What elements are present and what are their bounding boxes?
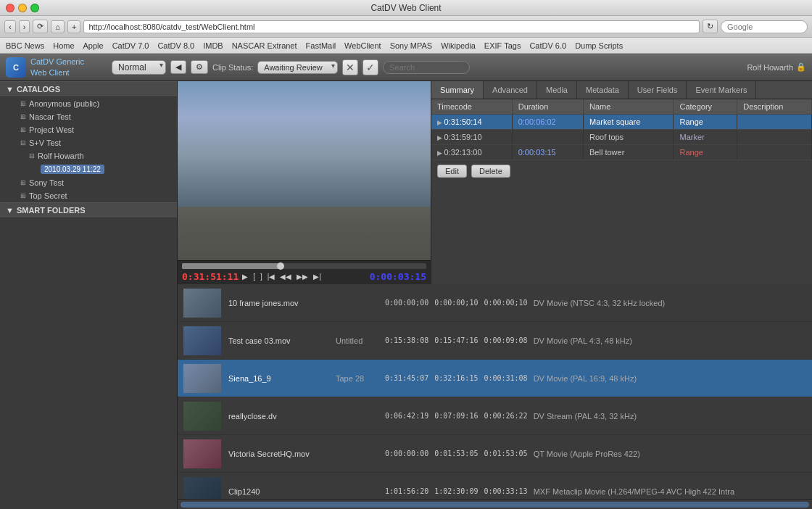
list-item[interactable]: Victoria SecretHQ.mov 0:00:00:00 0:01:53… <box>178 435 812 473</box>
marker-row[interactable]: ▶ 0:32:13:00 0:00:03:15 Bell tower Range <box>431 145 812 160</box>
bookmark-bbc-news[interactable]: BBC News <box>6 41 44 50</box>
list-item[interactable]: reallyclose.dv 0:06:42:19 0:07:09:16 0:0… <box>178 397 812 435</box>
maximize-button[interactable] <box>30 4 39 12</box>
clip-duration: 0:00:09:08 <box>484 336 527 344</box>
browser-bar: ‹ › ⟳ ⌂ + ↻ <box>0 16 812 38</box>
video-frame <box>178 81 431 260</box>
tab-summary[interactable]: Summary <box>431 81 484 99</box>
clip-tape: Tape 28 <box>336 374 379 383</box>
clip-thumbnail <box>183 439 221 468</box>
progress-thumb <box>277 262 284 270</box>
clip-info: 10 frame jones.mov 0:00:00;00 0:00:00;10… <box>228 299 806 307</box>
close-button[interactable] <box>6 4 14 12</box>
clip-tc-out: 0:32:16:15 <box>434 374 478 382</box>
bookmark-catdv8[interactable]: CatDV 8.0 <box>157 41 194 50</box>
clip-thumbnail <box>183 326 221 355</box>
bookmark-imdb[interactable]: IMDB <box>203 41 223 50</box>
clip-tc-out: 0:15:47:16 <box>434 336 478 344</box>
tab-user-fields[interactable]: User Fields <box>629 81 687 99</box>
clip-tc-in: 1:01:56:20 <box>385 487 428 495</box>
clip-duration: 0:01:53:05 <box>484 450 527 458</box>
delete-button[interactable]: Delete <box>471 165 510 178</box>
sidebar-item-label: Top Secret <box>29 191 67 200</box>
bookmark-fastmail[interactable]: FastMail <box>306 41 336 50</box>
toolbar-settings-btn[interactable]: ⚙ <box>191 60 208 74</box>
col-duration: Duration <box>512 99 583 115</box>
reject-button[interactable]: ✕ <box>342 59 358 75</box>
add-tab-button[interactable]: + <box>67 20 80 33</box>
forward-button[interactable]: › <box>19 20 30 33</box>
bookmark-exif-tags[interactable]: EXIF Tags <box>484 41 521 50</box>
mark-in-button[interactable]: [ <box>252 272 257 281</box>
next-marker-button[interactable]: ▶▶ <box>295 272 310 281</box>
bottom-scrollbar[interactable] <box>178 499 812 509</box>
next-frame-button[interactable]: ▶| <box>312 272 323 281</box>
clip-duration: 0:00:00;10 <box>484 299 527 307</box>
prev-marker-button[interactable]: ◀◀ <box>278 272 293 281</box>
approve-button[interactable]: ✓ <box>362 59 378 75</box>
sidebar-item-top-secret[interactable]: ⊞ Top Secret <box>0 189 177 202</box>
list-item[interactable]: Siena_16_9 Tape 28 0:31:45:07 0:32:16:15… <box>178 360 812 397</box>
window-controls[interactable] <box>6 4 39 12</box>
bookmark-webclient[interactable]: WebClient <box>344 41 381 50</box>
bookmark-wikipedia[interactable]: Wikipedia <box>441 41 476 50</box>
marker-row[interactable]: ▶ 0:31:50:14 0:00:06:02 Market square Ra… <box>431 115 812 130</box>
sidebar-item-sony-test[interactable]: ⊞ Sony Test <box>0 176 177 189</box>
refresh-button[interactable]: ↻ <box>703 20 718 33</box>
edit-button[interactable]: Edit <box>437 165 467 178</box>
bookmark-catdv7[interactable]: CatDV 7.0 <box>112 41 149 50</box>
bookmark-nascar[interactable]: NASCAR Extranet <box>232 41 297 50</box>
marker-row[interactable]: ▶ 0:31:59:10 Roof tops Marker <box>431 130 812 145</box>
toolbar-back-btn[interactable]: ◀ <box>170 60 186 74</box>
expand-icon: ▼ <box>6 85 14 94</box>
play-button[interactable]: ▶ <box>241 272 249 281</box>
tab-event-markers[interactable]: Event Markers <box>687 81 756 99</box>
list-item[interactable]: Test case 03.mov Untitled 0:15:38:08 0:1… <box>178 322 812 360</box>
clip-search-input[interactable] <box>383 61 470 74</box>
bookmark-home[interactable]: Home <box>53 41 74 50</box>
marker-name: Roof tops <box>584 130 674 145</box>
sidebar-item-date[interactable]: 2010.03.29 11:22 <box>0 162 177 176</box>
date-badge: 2010.03.29 11:22 <box>41 165 104 174</box>
home-button[interactable]: ⌂ <box>51 20 65 33</box>
tab-metadata[interactable]: Metadata <box>577 81 629 99</box>
view-mode-select[interactable]: Normal Compact Detailed <box>112 60 166 75</box>
reload-button[interactable]: ⟳ <box>33 20 48 33</box>
browser-search-input[interactable] <box>721 20 808 33</box>
bookmark-catdv6[interactable]: CatDV 6.0 <box>529 41 566 50</box>
clip-status-select[interactable]: Awaiting Review Approved Rejected <box>257 61 338 74</box>
clip-thumbnail <box>183 289 221 318</box>
sidebar-item-rolf[interactable]: ⊟ Rolf Howarth <box>0 149 177 162</box>
horizontal-scrollbar-thumb[interactable] <box>181 502 809 508</box>
sidebar-item-sv-test[interactable]: ⊟ S+V Test <box>0 136 177 149</box>
progress-bar[interactable] <box>182 263 426 269</box>
clip-duration: 0:00:26:22 <box>484 412 527 420</box>
clip-type: DV Stream (PAL 4:3, 32 kHz) <box>534 412 637 421</box>
list-item[interactable]: 10 frame jones.mov 0:00:00;00 0:00:00;10… <box>178 284 812 322</box>
sidebar-item-nascar[interactable]: ⊞ Nascar Test <box>0 110 177 123</box>
list-item[interactable]: Clip1240 1:01:56:20 1:02:30:09 0:00:33:1… <box>178 473 812 499</box>
tree-plus-icon: ⊞ <box>20 192 26 199</box>
marker-duration: 0:00:03:15 <box>512 145 583 160</box>
bookmark-apple[interactable]: Apple <box>83 41 104 50</box>
bookmarks-bar: BBC News Home Apple CatDV 7.0 CatDV 8.0 … <box>0 38 812 54</box>
back-button[interactable]: ‹ <box>4 20 16 33</box>
sidebar-item-anonymous[interactable]: ⊞ Anonymous (public) <box>0 97 177 110</box>
marker-duration <box>512 130 583 145</box>
sidebar-item-project-west[interactable]: ⊞ Project West <box>0 123 177 136</box>
bookmark-dump-scripts[interactable]: Dump Scripts <box>575 41 623 50</box>
tab-advanced[interactable]: Advanced <box>484 81 537 99</box>
app-logo: C CatDV Generic Web Client <box>6 57 107 78</box>
minimize-button[interactable] <box>18 4 27 12</box>
address-input[interactable] <box>83 20 700 33</box>
tree-minus-icon: ⊟ <box>20 139 26 146</box>
bookmark-sony-mpas[interactable]: Sony MPAS <box>390 41 433 50</box>
marker-category: Range <box>674 115 737 130</box>
prev-frame-button[interactable]: |◀ <box>266 272 277 281</box>
mark-out-button[interactable]: ] <box>259 272 264 281</box>
clip-duration: 0:00:33:13 <box>484 487 527 495</box>
clip-status-wrapper[interactable]: Awaiting Review Approved Rejected <box>257 61 338 74</box>
video-scene <box>178 81 431 260</box>
tab-media[interactable]: Media <box>537 81 577 99</box>
view-mode-wrapper[interactable]: Normal Compact Detailed <box>112 60 166 75</box>
